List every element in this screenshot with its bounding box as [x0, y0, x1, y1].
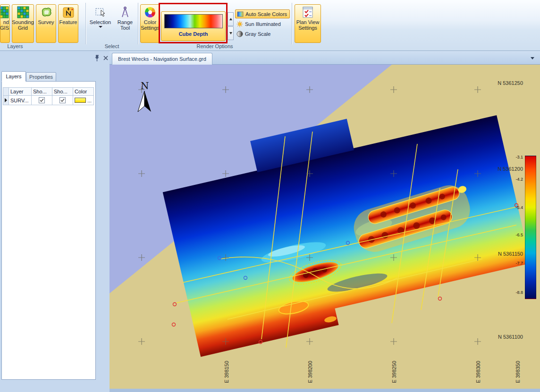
- plan-view-settings-label: Plan View Settings: [295, 19, 321, 31]
- checkbox-checked-icon[interactable]: [39, 97, 45, 103]
- sounding-grid-button[interactable]: Sounding Grid: [12, 4, 34, 43]
- panel-tab-properties-label: Properties: [29, 74, 53, 80]
- group-separator: [292, 3, 293, 44]
- colorbar-tick: -7.7: [503, 261, 523, 266]
- colormap-name: Cube Depth: [161, 31, 225, 37]
- column-header-show1[interactable]: Sho...: [32, 87, 52, 96]
- bathymetry-surface-canvas: N: [110, 65, 540, 389]
- colorbar-tick: -4.2: [503, 177, 523, 182]
- selection-dropdown-icon[interactable]: [99, 26, 102, 28]
- application-window: nd GIS Sounding Grid: [0, 0, 540, 392]
- sun-icon: [236, 21, 243, 27]
- feature-button[interactable]: Feature: [58, 4, 78, 43]
- map-view[interactable]: N N 5361250 N 5361200 N 5361150 N 536110…: [110, 65, 540, 389]
- colormap-preview-gradient: [164, 14, 223, 28]
- layers-dock-panel: Layers Properties Layer Sho... Sho... Co…: [0, 51, 110, 392]
- colormap-selector[interactable]: Cube Depth: [161, 11, 226, 41]
- group-label-layers: Layers: [0, 43, 30, 50]
- color-wheel-icon: [144, 6, 156, 18]
- sounding-grid-icon: [17, 6, 29, 18]
- table-row[interactable]: SURV... ...: [3, 96, 94, 105]
- column-header-color[interactable]: Color: [73, 87, 94, 96]
- depth-colorbar: [525, 156, 536, 299]
- sounding-gis-label-line2: GIS: [0, 25, 9, 31]
- auto-scale-colors-toggle[interactable]: Auto Scale Colors: [235, 9, 290, 18]
- show2-cell[interactable]: [52, 96, 73, 105]
- color-settings-label: Color Settings: [141, 19, 160, 31]
- range-tool-button[interactable]: Range Tool: [114, 4, 136, 43]
- color-more-button[interactable]: ...: [87, 98, 92, 103]
- selection-button[interactable]: Selection: [88, 4, 112, 43]
- row-selector-cell[interactable]: [3, 96, 9, 105]
- sun-illuminated-label: Sun Illuminated: [245, 21, 281, 27]
- group-separator: [138, 3, 139, 44]
- layers-table: Layer Sho... Sho... Color SURV...: [3, 87, 94, 105]
- close-icon[interactable]: [102, 54, 110, 62]
- sounding-grid-label: Sounding Grid: [12, 19, 34, 31]
- feature-label: Feature: [59, 19, 77, 25]
- selection-icon: [94, 6, 107, 18]
- color-swatch[interactable]: [75, 98, 86, 103]
- survey-button[interactable]: Survey: [36, 4, 56, 43]
- sun-illuminated-toggle[interactable]: Sun Illuminated: [235, 19, 290, 28]
- north-arrow-label: N: [141, 80, 149, 92]
- easting-label: E 398300: [475, 355, 481, 383]
- spin-down-icon: [229, 32, 232, 34]
- spin-up-icon: [229, 18, 232, 20]
- gray-scale-icon: [236, 31, 243, 37]
- colorbar-tick: -8.8: [503, 290, 523, 295]
- range-tool-label: Range Tool: [115, 19, 135, 31]
- column-header-layer[interactable]: Layer: [9, 87, 32, 96]
- easting-label: E 398350: [515, 355, 521, 383]
- plan-view-settings-button[interactable]: Plan View Settings: [295, 4, 321, 43]
- layer-name-cell[interactable]: SURV...: [9, 96, 32, 105]
- row-selector-header: [3, 87, 9, 96]
- colorbar-tick: -5.4: [503, 205, 523, 210]
- survey-label: Survey: [38, 19, 54, 25]
- color-cell[interactable]: ...: [73, 96, 94, 105]
- group-label-render-options: Render Options: [142, 43, 288, 50]
- group-label-select: Select: [88, 43, 135, 50]
- plan-view-settings-icon: [302, 6, 314, 18]
- color-settings-button[interactable]: Color Settings: [140, 4, 160, 43]
- layers-table-header: Layer Sho... Sho... Color: [3, 87, 94, 96]
- panel-tab-layers[interactable]: Layers: [1, 71, 26, 82]
- easting-label: E 398200: [307, 355, 313, 383]
- gray-scale-label: Gray Scale: [245, 31, 270, 37]
- sounding-gis-button[interactable]: nd GIS: [0, 4, 10, 43]
- northing-label: N 5361100: [473, 334, 523, 340]
- tab-list-dropdown-icon[interactable]: [531, 57, 534, 59]
- auto-scale-icon: [237, 11, 244, 17]
- survey-icon: [40, 6, 52, 18]
- document-tab[interactable]: Brest Wrecks - Navigation Surface.grd: [112, 53, 212, 65]
- panel-tab-layers-label: Layers: [6, 74, 21, 79]
- row-selector-arrow-icon: [4, 98, 8, 102]
- selection-label: Selection: [90, 19, 111, 25]
- sounding-gis-label-line1: nd: [3, 19, 9, 25]
- gray-scale-toggle[interactable]: Gray Scale: [235, 29, 290, 38]
- ribbon: nd GIS Sounding Grid: [0, 0, 540, 51]
- sounding-gis-icon: [0, 6, 9, 18]
- easting-label: E 398250: [391, 355, 397, 383]
- column-header-show2[interactable]: Sho...: [52, 87, 73, 96]
- auto-scale-label: Auto Scale Colors: [245, 11, 287, 17]
- northing-label: N 5361250: [473, 80, 523, 86]
- northing-label: N 5361150: [473, 251, 523, 257]
- document-tab-label: Brest Wrecks - Navigation Surface.grd: [118, 56, 206, 62]
- panel-tab-properties[interactable]: Properties: [26, 72, 56, 82]
- feature-icon: [62, 6, 75, 18]
- show1-cell[interactable]: [32, 96, 52, 105]
- colorbar-tick: -3.1: [503, 155, 523, 159]
- checkbox-checked-icon[interactable]: [59, 97, 66, 103]
- easting-label: E 398150: [224, 355, 229, 383]
- colormap-spin-down-button[interactable]: [228, 26, 234, 40]
- colorbar-tick: -6.5: [503, 233, 523, 237]
- layers-panel-content: Layer Sho... Sho... Color SURV...: [1, 81, 96, 380]
- northing-label: N 5361200: [473, 166, 523, 172]
- colormap-spin-up-button[interactable]: [228, 12, 234, 26]
- pin-icon[interactable]: [93, 54, 101, 62]
- range-tool-icon: [119, 6, 131, 18]
- group-separator: [85, 3, 86, 44]
